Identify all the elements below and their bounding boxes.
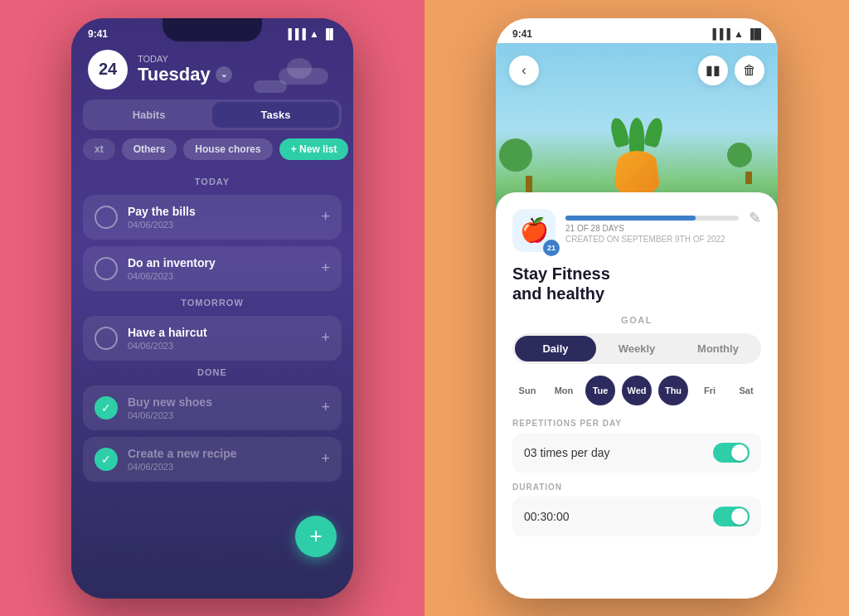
task-add-icon[interactable]: + <box>321 208 330 226</box>
habit-header: 🍎 21 21 OF 28 DAYS CREATED ON SEPTEMBER … <box>512 209 761 252</box>
right-battery-icon: ▐█ <box>747 28 761 40</box>
task-circle <box>95 257 118 280</box>
task-name: Buy new shoes <box>128 395 311 409</box>
day-name: Tuesday ⌄ <box>138 64 232 85</box>
filter-context[interactable]: xt <box>83 138 115 160</box>
day-sun[interactable]: Sun <box>512 376 542 405</box>
right-nav: ‹ ▮▮ 🗑 <box>496 56 778 85</box>
right-notch <box>587 18 686 41</box>
cloud-1 <box>279 68 328 85</box>
task-date: 04/06/2023 <box>128 410 311 420</box>
fab-button[interactable]: + <box>295 516 337 557</box>
left-notch <box>163 18 262 41</box>
apple-icon: 🍎 <box>520 216 549 244</box>
filter-house-chores[interactable]: House chores <box>183 138 272 160</box>
tree-top-right <box>727 143 752 167</box>
right-signal-icon: ▐▐▐ <box>710 28 731 40</box>
task-item[interactable]: Have a haircut 04/06/2023 + <box>83 316 342 361</box>
habit-icon-container: 🍎 21 <box>512 209 555 252</box>
filter-others[interactable]: Others <box>122 138 177 160</box>
task-item-done[interactable]: ✓ Buy new shoes 04/06/2023 + <box>83 386 342 430</box>
setting-duration: DURATION 00:30:00 <box>512 483 761 536</box>
task-info: Buy new shoes 04/06/2023 <box>128 395 311 420</box>
left-status-icons: ▐▐▐ ▲ ▐▌ <box>285 28 337 40</box>
right-phone: 9:41 ▐▐▐ ▲ ▐█ <box>496 18 778 599</box>
task-date: 04/06/2023 <box>128 220 311 230</box>
days-row: Sun Mon Tue Wed Thu Fri Sat <box>512 376 761 405</box>
toggle-thumb <box>731 508 748 525</box>
filter-row: xt Others House chores + New list <box>71 138 353 170</box>
edit-icon[interactable]: ✎ <box>749 209 761 227</box>
task-name: Create a new recipe <box>128 447 311 460</box>
progress-bar-container <box>565 216 739 221</box>
setting-repetitions: REPETITIONS PER DAY 03 times per day <box>512 419 761 473</box>
battery-icon: ▐▌ <box>323 28 337 40</box>
task-add-icon[interactable]: + <box>321 259 330 277</box>
task-name: Do an inventory <box>128 256 311 269</box>
date-circle: 24 <box>88 50 128 90</box>
habit-title: Stay Fitnessand healthy <box>512 264 761 303</box>
header-text: TODAY Tuesday ⌄ <box>138 54 232 85</box>
habits-tasks-tabs: Habits Tasks <box>83 99 342 130</box>
day-mon[interactable]: Mon <box>549 376 579 405</box>
task-date: 04/06/2023 <box>128 462 311 472</box>
progress-label: 21 OF 28 DAYS <box>565 224 739 233</box>
duration-label: DURATION <box>512 483 761 492</box>
task-add-icon[interactable]: + <box>321 329 330 347</box>
task-add-icon[interactable]: + <box>321 450 330 468</box>
goal-tab-daily[interactable]: Daily <box>515 336 596 361</box>
carrot-leaf <box>629 118 644 155</box>
duration-value: 00:30:00 <box>524 510 570 523</box>
back-button[interactable]: ‹ <box>509 56 539 85</box>
cloud-2 <box>254 80 287 93</box>
goal-section-title: GOAL <box>512 315 761 325</box>
goal-tab-monthly[interactable]: Monthly <box>677 336 759 361</box>
day-thu[interactable]: Thu <box>658 376 688 405</box>
day-sat[interactable]: Sat <box>731 376 761 405</box>
left-time: 9:41 <box>88 28 108 40</box>
setting-value-row: 03 times per day <box>512 433 761 473</box>
duration-toggle[interactable] <box>713 507 750 526</box>
left-panel: 9:41 ▐▐▐ ▲ ▐▌ 24 TODAY Tuesday ⌄ <box>0 0 424 616</box>
task-circle <box>95 327 118 350</box>
repetitions-value: 03 times per day <box>524 446 610 459</box>
task-date: 04/06/2023 <box>128 341 311 351</box>
left-phone: 9:41 ▐▐▐ ▲ ▐▌ 24 TODAY Tuesday ⌄ <box>71 18 353 599</box>
day-fri[interactable]: Fri <box>695 376 725 405</box>
section-today: TODAY <box>83 177 342 187</box>
content-card: 🍎 21 21 OF 28 DAYS CREATED ON SEPTEMBER … <box>496 192 778 599</box>
chevron-down-icon[interactable]: ⌄ <box>216 66 232 83</box>
task-date: 04/06/2023 <box>128 271 311 281</box>
filter-new-list[interactable]: + New list <box>279 138 349 160</box>
tree-left <box>512 143 546 192</box>
setting-value-row: 00:30:00 <box>512 497 761 536</box>
right-wifi-icon: ▲ <box>734 28 744 40</box>
delete-button[interactable]: 🗑 <box>735 56 764 85</box>
carrot-leaf <box>609 116 630 148</box>
right-panel: 9:41 ▐▐▐ ▲ ▐█ <box>424 0 849 616</box>
goal-tab-weekly[interactable]: Weekly <box>596 336 677 361</box>
wifi-icon: ▲ <box>309 28 319 40</box>
right-time: 9:41 <box>512 28 532 40</box>
progress-bar-fill <box>565 216 696 221</box>
tree-trunk-right <box>745 172 752 184</box>
task-item-done[interactable]: ✓ Create a new recipe 04/06/2023 + <box>83 437 342 482</box>
habit-title-area: 21 OF 28 DAYS CREATED ON SEPTEMBER 9TH O… <box>565 209 739 244</box>
habit-badge: 21 <box>543 240 560 256</box>
task-circle-done: ✓ <box>95 396 118 420</box>
right-status-icons: ▐▐▐ ▲ ▐█ <box>710 28 761 40</box>
tab-habits[interactable]: Habits <box>85 102 212 128</box>
pause-button[interactable]: ▮▮ <box>698 56 728 85</box>
tree-trunk-left <box>526 176 532 192</box>
tab-tasks[interactable]: Tasks <box>212 102 339 128</box>
task-item[interactable]: Pay the bills 04/06/2023 + <box>83 195 342 240</box>
carrot-leaves <box>612 118 662 155</box>
day-wed[interactable]: Wed <box>622 376 652 405</box>
task-name: Have a haircut <box>128 326 311 339</box>
task-item[interactable]: Do an inventory 04/06/2023 + <box>83 246 342 291</box>
repetitions-toggle[interactable] <box>713 443 750 463</box>
goal-tabs: Daily Weekly Monthly <box>512 333 761 364</box>
section-tomorrow: TOMORROW <box>83 298 342 308</box>
day-tue[interactable]: Tue <box>585 376 615 405</box>
task-add-icon[interactable]: + <box>321 399 330 416</box>
